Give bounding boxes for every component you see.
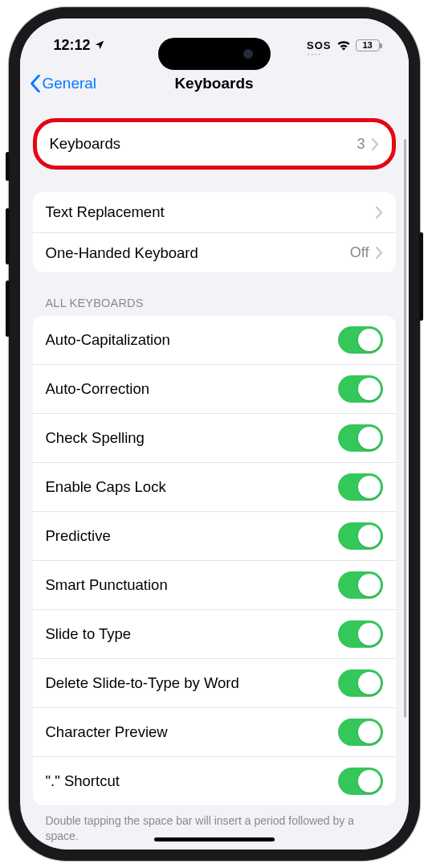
back-label: General — [43, 75, 97, 92]
one-handed-row[interactable]: One-Handed Keyboard Off — [33, 232, 396, 272]
sos-indicator: SOS — [307, 39, 331, 51]
auto-correction-label: Auto-Correction — [46, 380, 150, 398]
auto-correction-toggle[interactable] — [338, 375, 383, 403]
phone-frame: 12:12 SOS 13 General — [9, 7, 420, 861]
chevron-right-icon — [372, 138, 379, 150]
slide-to-type-label: Slide to Type — [46, 625, 132, 643]
check-spelling-label: Check Spelling — [46, 429, 145, 447]
character-preview-label: Character Preview — [46, 723, 168, 741]
auto-correction-row: Auto-Correction — [33, 364, 396, 413]
enable-caps-lock-label: Enable Caps Lock — [46, 478, 166, 496]
all-keyboards-group: Auto-Capitalization Auto-Correction Chec… — [33, 316, 396, 805]
enable-caps-lock-row: Enable Caps Lock — [33, 462, 396, 511]
character-preview-row: Character Preview — [33, 707, 396, 756]
check-spelling-row: Check Spelling — [33, 413, 396, 462]
smart-punctuation-toggle[interactable] — [338, 571, 383, 599]
predictive-label: Predictive — [46, 527, 111, 545]
keyboards-count: 3 — [357, 136, 365, 153]
smart-punctuation-label: Smart Punctuation — [46, 576, 168, 594]
battery-percent: 13 — [362, 40, 372, 50]
dynamic-island — [158, 38, 271, 70]
auto-capitalization-label: Auto-Capitalization — [46, 331, 170, 349]
period-shortcut-toggle[interactable] — [338, 768, 383, 795]
text-replacement-row[interactable]: Text Replacement — [33, 192, 396, 232]
wifi-icon — [336, 39, 351, 51]
delete-slide-label: Delete Slide-to-Type by Word — [46, 674, 239, 692]
keyboards-row-highlight: Keyboards 3 — [33, 118, 396, 170]
one-handed-label: One-Handed Keyboard — [46, 244, 198, 262]
slide-to-type-row: Slide to Type — [33, 609, 396, 658]
power-button — [419, 232, 423, 321]
delete-slide-row: Delete Slide-to-Type by Word — [33, 658, 396, 707]
keyboards-row[interactable]: Keyboards 3 — [37, 124, 392, 164]
text-group: Text Replacement One-Handed Keyboard Off — [33, 192, 396, 272]
all-keyboards-header: ALL KEYBOARDS — [46, 297, 383, 309]
auto-capitalization-row: Auto-Capitalization — [33, 316, 396, 364]
delete-slide-toggle[interactable] — [338, 669, 383, 697]
status-time: 12:12 — [54, 37, 91, 54]
back-button[interactable]: General — [30, 75, 97, 92]
enable-caps-lock-toggle[interactable] — [338, 473, 383, 501]
battery-indicator: 13 — [356, 39, 380, 51]
chevron-right-icon — [376, 207, 383, 219]
volume-up-button — [6, 208, 10, 264]
smart-punctuation-row: Smart Punctuation — [33, 560, 396, 609]
period-shortcut-row: "." Shortcut — [33, 756, 396, 805]
location-icon — [94, 39, 105, 51]
predictive-row: Predictive — [33, 511, 396, 560]
check-spelling-toggle[interactable] — [338, 424, 383, 452]
keyboards-label: Keyboards — [50, 135, 120, 153]
content-scroll[interactable]: Keyboards 3 Text Replacement One-Handed — [20, 104, 409, 850]
period-shortcut-label: "." Shortcut — [46, 772, 120, 790]
predictive-toggle[interactable] — [338, 522, 383, 550]
phone-screen: 12:12 SOS 13 General — [20, 18, 409, 850]
chevron-right-icon — [376, 247, 383, 259]
scrollbar[interactable] — [404, 139, 406, 718]
home-indicator[interactable] — [154, 837, 275, 841]
one-handed-value: Off — [350, 244, 369, 261]
slide-to-type-toggle[interactable] — [338, 620, 383, 648]
auto-capitalization-toggle[interactable] — [338, 326, 383, 354]
character-preview-toggle[interactable] — [338, 719, 383, 746]
volume-down-button — [6, 280, 10, 337]
text-replacement-label: Text Replacement — [46, 203, 165, 221]
silent-switch — [6, 152, 10, 181]
